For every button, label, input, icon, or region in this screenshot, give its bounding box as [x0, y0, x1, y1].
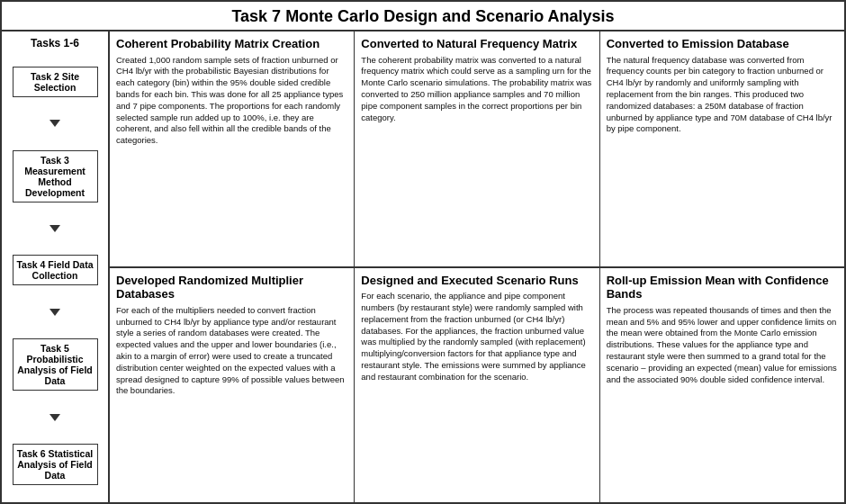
task5-label: Task 5 Probabilistic Analysis of Field D…	[17, 343, 92, 386]
cell-rollup-title: Roll-up Emission Mean with Confidence Ba…	[607, 274, 838, 302]
task2-label: Task 2 Site Selection	[31, 71, 79, 93]
cell-coherent-title: Coherent Probability Matrix Creation	[116, 37, 347, 51]
arrow-down-4	[50, 414, 60, 421]
task4-label: Task 4 Field Data Collection	[16, 259, 93, 281]
arrow-down-3	[50, 309, 60, 316]
cell-natural-freq: Converted to Natural Frequency Matrix Th…	[355, 32, 599, 266]
cell-rollup-body: The process was repeated thousands of ti…	[607, 305, 838, 386]
cell-natural-freq-title: Converted to Natural Frequency Matrix	[361, 37, 592, 51]
cell-randomized-multiplier: Developed Randomized Multiplier Database…	[110, 268, 355, 503]
grid-bottom: Developed Randomized Multiplier Database…	[110, 268, 844, 503]
cell-randomized-multiplier-title: Developed Randomized Multiplier Database…	[116, 274, 347, 302]
sidebar: Tasks 1-6 Task 2 Site Selection Task 3 M…	[2, 32, 110, 502]
arrow-down-1	[50, 120, 60, 127]
task3-label: Task 3 Measurement Method Development	[24, 155, 86, 198]
sidebar-item-task3: Task 3 Measurement Method Development	[13, 150, 98, 202]
cell-coherent-body: Created 1,000 random sample sets of frac…	[116, 55, 347, 148]
cell-emission-db-body: The natural frequency database was conve…	[607, 55, 838, 136]
main-content: Tasks 1-6 Task 2 Site Selection Task 3 M…	[2, 32, 844, 502]
right-area: Coherent Probability Matrix Creation Cre…	[110, 32, 844, 502]
cell-scenario-runs: Designed and Executed Scenario Runs For …	[355, 268, 599, 503]
main-container: Task 7 Monte Carlo Design and Scenario A…	[0, 0, 846, 504]
sidebar-title: Tasks 1-6	[31, 37, 79, 50]
task6-label: Task 6 Statistical Analysis of Field Dat…	[17, 448, 93, 481]
page-title: Task 7 Monte Carlo Design and Scenario A…	[2, 2, 844, 32]
arrow-down-2	[50, 225, 60, 232]
cell-scenario-runs-title: Designed and Executed Scenario Runs	[361, 274, 592, 288]
cell-coherent: Coherent Probability Matrix Creation Cre…	[110, 32, 355, 266]
sidebar-tasks: Task 2 Site Selection Task 3 Measurement…	[5, 55, 104, 497]
sidebar-item-task6: Task 6 Statistical Analysis of Field Dat…	[13, 444, 98, 485]
cell-scenario-runs-body: For each scenario, the appliance and pip…	[361, 291, 592, 383]
sidebar-item-task4: Task 4 Field Data Collection	[13, 255, 98, 285]
cell-rollup: Roll-up Emission Mean with Confidence Ba…	[600, 268, 844, 503]
cell-randomized-multiplier-body: For each of the multipliers needed to co…	[116, 305, 347, 398]
sidebar-item-task2: Task 2 Site Selection	[13, 67, 98, 97]
sidebar-item-task5: Task 5 Probabilistic Analysis of Field D…	[13, 338, 98, 391]
cell-emission-db-title: Converted to Emission Database	[607, 37, 838, 51]
cell-emission-db: Converted to Emission Database The natur…	[600, 32, 844, 266]
grid-top: Coherent Probability Matrix Creation Cre…	[110, 32, 844, 268]
cell-natural-freq-body: The coherent probability matrix was conv…	[361, 55, 592, 124]
